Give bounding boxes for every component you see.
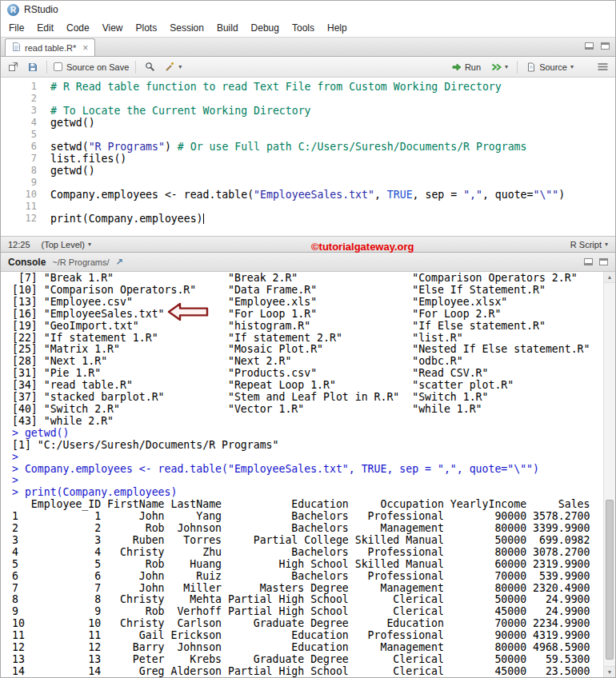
scroll-up-icon[interactable]: ▲ (604, 272, 615, 283)
chevron-down-icon: ▾ (505, 64, 508, 70)
line-number: 8 (1, 165, 41, 177)
code-editor[interactable]: 1# R Read table function to read Text Fi… (1, 78, 615, 236)
save-icon[interactable] (26, 61, 40, 74)
console-scrollbar[interactable]: ▲ ▼ (603, 272, 615, 677)
scope-selector[interactable]: (Top Level) ▾ (42, 240, 91, 249)
menu-tools[interactable]: Tools (286, 20, 321, 36)
tab-label: read table.R* (25, 43, 76, 53)
console-line: 2 2 Rob Johnson Bachelors Management 800… (12, 523, 601, 535)
menu-session[interactable]: Session (163, 20, 210, 36)
toolbar-divider (46, 61, 47, 74)
chevron-down-icon: ▾ (570, 64, 574, 70)
console-line: 4 4 Christy Zhu Bachelors Professional 8… (12, 547, 601, 559)
console-line: [10] "Comparison Operators.R" "Data Fram… (12, 285, 601, 297)
console-line: 5 5 Rob Huang High School Skilled Manual… (12, 559, 601, 571)
maximize-pane-icon[interactable] (601, 42, 610, 50)
goto-directory-icon[interactable]: ↗ (116, 257, 123, 267)
editor-line: 6setwd("R Programs") # Or use Full path … (1, 141, 615, 153)
toolbar-divider (135, 61, 136, 74)
r-file-icon (12, 42, 21, 54)
source-label: Source (539, 62, 567, 72)
console-line: 8 8 Christy Mehta Partial High School Cl… (12, 594, 601, 606)
app-title: RStudio (24, 4, 58, 15)
tab-read-table[interactable]: read table.R* × (5, 38, 95, 56)
editor-line: 2 (1, 93, 615, 105)
file-type-selector[interactable]: R Script ▾ (570, 240, 608, 249)
console-line: 3 3 Ruben Torres Partial College Skilled… (12, 535, 601, 547)
console-line: 10 10 Christy Carlson Graduate Degree Ed… (12, 618, 601, 630)
line-number: 1 (1, 81, 41, 93)
title-bar: R RStudio (1, 1, 615, 18)
editor-lines: 1# R Read table function to read Text Fi… (1, 81, 615, 225)
tab-close-icon[interactable]: × (82, 43, 88, 53)
console-lines: [7] "Break 1.R" "Break 2.R" "Comparison … (1, 272, 615, 677)
run-arrow-icon (451, 62, 462, 72)
console-line: [43] "while 2.R" (12, 416, 601, 428)
menu-bar: File Edit Code View Plots Session Build … (1, 18, 615, 38)
console-line: 6 6 John Ruiz Bachelors Professional 700… (12, 571, 601, 583)
minimize-pane-icon[interactable] (584, 258, 593, 265)
editor-line: 9 (1, 177, 615, 189)
editor-line: 4getwd() (1, 117, 615, 129)
console-line: [13] "Employee.csv" "Employee.xls" "Empl… (12, 297, 601, 309)
console-line: [1] "C:/Users/Suresh/Documents/R Program… (12, 440, 601, 452)
line-number: 12 (1, 213, 41, 225)
scrollbar-thumb[interactable] (606, 500, 614, 660)
editor-tab-bar: read table.R* × (1, 38, 615, 57)
chevron-down-icon: ▾ (605, 241, 608, 248)
rstudio-window: R RStudio File Edit Code View Plots Sess… (0, 0, 616, 678)
console-line: > getwd() (12, 428, 601, 440)
red-arrow-annotation (167, 301, 209, 322)
run-button[interactable]: Run (449, 61, 483, 74)
menu-view[interactable]: View (96, 20, 130, 36)
cursor-position: 12:25 (8, 240, 30, 249)
console-line: 12 12 Barry Johnson Education Management… (12, 642, 601, 654)
console-pane: Console ~/R Programs/ ↗ [7] "Break 1.R" … (1, 253, 615, 677)
line-number: 10 (1, 189, 41, 201)
popout-icon[interactable] (6, 60, 21, 74)
console-line: [34] "read table.R" "Repeat Loop 1.R" "s… (12, 380, 601, 392)
line-number: 3 (1, 105, 41, 117)
magic-wand-icon[interactable]: ▾ (162, 60, 184, 74)
chevron-down-icon: ▾ (178, 64, 182, 70)
line-number: 2 (1, 93, 41, 105)
menu-build[interactable]: Build (210, 20, 245, 36)
outline-icon[interactable] (595, 61, 610, 73)
text-cursor (203, 213, 204, 224)
menu-plots[interactable]: Plots (130, 20, 164, 36)
console-line: [28] "Next 1.R" "Next 2.R" "odbc.R" (12, 356, 601, 368)
console-line: [31] "Pie 1.R" "Products.csv" "Read CSV.… (12, 368, 601, 380)
menu-edit[interactable]: Edit (30, 20, 60, 36)
console-line: > Company.employees <- read.table("Emplo… (12, 464, 601, 476)
rerun-icon[interactable]: ▾ (488, 61, 510, 74)
line-number: 4 (1, 117, 41, 129)
editor-line: 11 (1, 201, 615, 213)
console-line: 1 1 John Yang Bachelors Professional 900… (12, 511, 601, 523)
file-type-label: R Script (570, 240, 602, 249)
menu-file[interactable]: File (2, 20, 30, 36)
console-output-area[interactable]: [7] "Break 1.R" "Break 2.R" "Comparison … (1, 272, 615, 677)
source-button[interactable]: Source ▾ (524, 61, 576, 74)
menu-help[interactable]: Help (321, 20, 354, 36)
menu-debug[interactable]: Debug (245, 20, 286, 36)
console-line: [37] "stacked barplot.R" "Stem and Leaf … (12, 392, 601, 404)
console-line: > (12, 452, 601, 464)
scroll-down-icon[interactable]: ▼ (604, 666, 615, 677)
chevron-down-icon: ▾ (88, 241, 91, 248)
minimize-pane-icon[interactable] (585, 42, 594, 50)
console-line: 14 14 Greg Alderson Partial High School … (12, 666, 601, 677)
console-title: Console (8, 257, 46, 268)
checkbox-icon[interactable] (54, 62, 62, 71)
editor-line: 12print(Company.employees) (1, 213, 615, 225)
maximize-pane-icon[interactable] (599, 258, 608, 265)
editor-line: 1# R Read table function to read Text Fi… (1, 81, 615, 93)
menu-code[interactable]: Code (60, 20, 96, 36)
console-header: Console ~/R Programs/ ↗ (1, 253, 615, 272)
line-number: 6 (1, 141, 41, 153)
console-line: [22] "If statement 1.R" "If statement 2.… (12, 333, 601, 345)
console-working-directory: ~/R Programs/ (52, 257, 109, 267)
console-line: > (12, 475, 601, 487)
editor-line: 3# To Locate the Current Working Directo… (1, 105, 615, 117)
source-on-save-checkbox[interactable]: Source on Save (54, 62, 129, 72)
search-icon[interactable] (142, 60, 158, 74)
